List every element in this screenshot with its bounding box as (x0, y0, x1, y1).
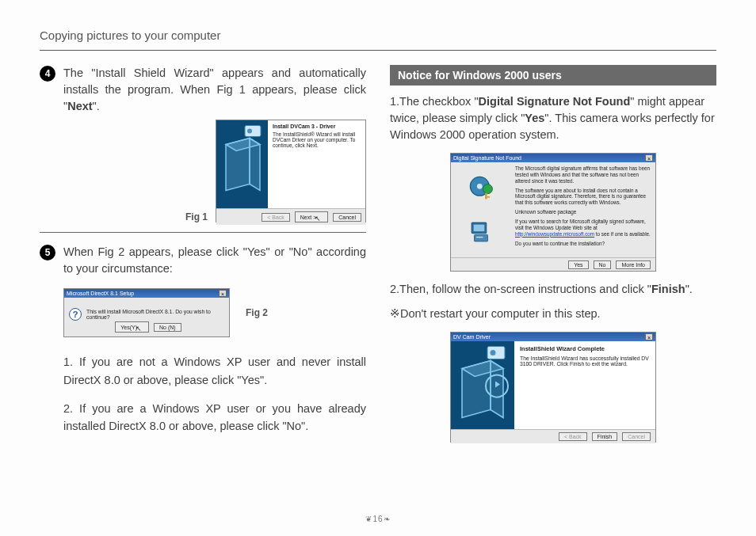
no-button[interactable]: No (N) (154, 323, 181, 332)
dialog-content: Install DVCam 3 - Driver The InstallShie… (268, 120, 365, 208)
close-icon[interactable]: × (645, 154, 653, 162)
cancel-button[interactable]: Cancel (333, 213, 361, 222)
finish-heading: InstallShield Wizard Complete (520, 345, 650, 352)
step-4-text-a: The "Install Shield Wizard" appears and … (63, 67, 366, 112)
dialog-text: The InstallShield® Wizard will install D… (273, 131, 361, 148)
finish-dialog: DV Cam Driver × (450, 332, 656, 443)
cursor-icon: ↖ (315, 215, 321, 222)
step-4-bold: Next (67, 100, 92, 112)
sub-instruction-2: 2. If you are a Windows XP user or you h… (63, 400, 366, 435)
p2-b: ". (685, 283, 693, 295)
dialog-content: InstallShield Wizard Complete The Instal… (514, 341, 655, 429)
dsig-l4: If you want to search for Microsoft digi… (515, 219, 651, 238)
yes-button[interactable]: Yes(Y)↖ (115, 321, 149, 333)
notice-p3: ※Don't restart your computer in this ste… (390, 306, 716, 322)
fig2-label: Fig 2 (246, 307, 268, 318)
step-4-text-b: ". (93, 100, 100, 112)
dsig-l5: Do you want to continue the installation… (515, 241, 651, 247)
close-icon[interactable]: × (219, 290, 227, 297)
dialog-footer: Yes No More Info (451, 257, 655, 272)
digital-signature-dialog: Digital Signature Not Found × (450, 153, 656, 272)
notice-p2: 2.Then, follow the on-screen instruction… (390, 281, 716, 298)
dialog-body: InstallShield Wizard Complete The Instal… (451, 341, 655, 429)
p1-bold1: Digital Signature Not Found (479, 95, 631, 108)
back-button[interactable]: < Back (559, 432, 587, 441)
directx-prompt-dialog: Microsoft DirectX 8.1 Setup × ? This wil… (63, 288, 230, 337)
finish-container: DV Cam Driver × (390, 332, 716, 443)
cancel-button[interactable]: Cancel (622, 432, 651, 441)
svg-point-21 (491, 350, 496, 355)
dialog-footer: Yes(Y)↖ No (N) (64, 320, 229, 334)
dialog-footer: < Back Next >↖ Cancel (216, 208, 365, 225)
dialog-footer: < Back Finish Cancel (451, 429, 655, 443)
fig2-container: Microsoft DirectX 8.1 Setup × ? This wil… (63, 288, 366, 337)
p2-bold: Finish (651, 283, 685, 295)
header-divider (40, 50, 716, 51)
svg-rect-12 (473, 225, 484, 232)
dsig-container: Digital Signature Not Found × (390, 153, 716, 272)
yes-button[interactable]: Yes (568, 260, 588, 269)
box-icon (216, 120, 268, 208)
step-5: 5 When Fig 2 appears, please click "Yes"… (40, 244, 366, 277)
right-column: Notice for Windows 2000 users 1.The chec… (390, 65, 716, 452)
svg-rect-20 (487, 347, 505, 359)
install-wizard-dialog: Install DVCam 3 - Driver The InstallShie… (216, 120, 366, 222)
step-4-text: The "Install Shield Wizard" appears and … (63, 65, 366, 115)
dsig-l3: Unknown software package (515, 209, 651, 215)
p2-a: 2.Then, follow the on-screen instruction… (390, 283, 651, 295)
close-icon[interactable]: × (645, 333, 653, 340)
svg-rect-14 (476, 237, 483, 238)
dialog-body: The Microsoft digital signature affirms … (451, 162, 655, 257)
fig1-label: Fig 1 (185, 211, 208, 222)
dialog-titlebar: Microsoft DirectX 8.1 Setup × (64, 289, 229, 298)
more-info-button[interactable]: More Info (616, 260, 651, 269)
p1-a: 1.The checkbox " (390, 95, 479, 108)
p1-bold2: Yes (525, 112, 544, 124)
dialog-titlebar: Digital Signature Not Found × (451, 154, 655, 162)
windows-update-link[interactable]: http://windowsupdate.microsoft.com (515, 231, 594, 237)
sub-instruction-1: 1. If you are not a Windows XP user and … (63, 353, 366, 389)
svg-rect-9 (485, 193, 487, 200)
dialog-body: Install DVCam 3 - Driver The InstallShie… (216, 120, 365, 208)
computer-icon (468, 219, 494, 245)
dialog-title-text: Digital Signature Not Found (453, 155, 521, 161)
step-number-badge: 5 (40, 245, 55, 260)
svg-rect-13 (474, 234, 487, 241)
disc-and-key-icon (468, 174, 494, 201)
back-button[interactable]: < Back (262, 213, 290, 222)
finish-body-text: The InstallShield Wizard has successfull… (520, 355, 650, 367)
left-column: 4 The "Install Shield Wizard" appears an… (40, 65, 366, 452)
next-button[interactable]: Next >↖ (295, 211, 328, 222)
dialog-title-text: DV Cam Driver (453, 334, 491, 340)
dialog-graphics (451, 162, 510, 257)
dialog-side-graphic (216, 120, 268, 208)
notice-p1: 1.The checkbox "Digital Signature Not Fo… (390, 93, 716, 143)
question-icon: ? (69, 308, 82, 321)
step-5-text: When Fig 2 appears, please click "Yes" o… (63, 244, 366, 277)
dsig-l2: The software you are about to install do… (515, 188, 651, 207)
fig1-container: Fig 1 (40, 120, 366, 222)
step-4: 4 The "Install Shield Wizard" appears an… (40, 65, 366, 115)
dialog-text: This will install Microsoft DirectX 8.1.… (86, 309, 224, 320)
manual-page: Copying pictures to your computer 4 The … (0, 0, 756, 536)
svg-point-5 (247, 129, 252, 134)
step-number-badge: 4 (40, 66, 55, 82)
cursor-icon: ↖ (136, 325, 142, 333)
dialog-content: The Microsoft digital signature affirms … (510, 162, 655, 257)
no-button[interactable]: No (594, 260, 612, 269)
svg-point-8 (483, 184, 492, 194)
notice-header: Notice for Windows 2000 users (390, 65, 716, 86)
page-number: ❦16❧ (0, 515, 756, 523)
dialog-side-graphic (451, 341, 514, 429)
dsig-l1: The Microsoft digital signature affirms … (515, 165, 651, 184)
section-divider (40, 232, 366, 233)
sub-instructions: 1. If you are not a Windows XP user and … (63, 353, 366, 435)
dialog-title: Install DVCam 3 - Driver (273, 124, 361, 129)
dialog-title-text: Microsoft DirectX 8.1 Setup (67, 291, 134, 296)
dialog-titlebar: DV Cam Driver × (451, 333, 655, 341)
finish-button[interactable]: Finish (592, 432, 618, 441)
box-icon (451, 341, 514, 429)
two-column-layout: 4 The "Install Shield Wizard" appears an… (40, 65, 716, 452)
page-title: Copying pictures to your computer (40, 29, 716, 47)
svg-point-7 (476, 184, 482, 189)
